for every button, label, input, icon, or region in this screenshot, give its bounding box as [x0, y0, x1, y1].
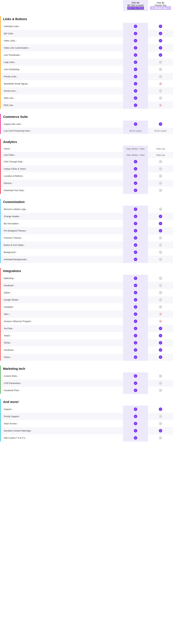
pro-plan-price: $6: [137, 2, 139, 4]
join-pros-button[interactable]: JOIN THE PROS: [127, 6, 144, 10]
feature-name-cell: Facebook Pixel▾: [1, 387, 123, 394]
pro-feature-cell: ✓: [123, 256, 148, 263]
check-icon: ✓: [134, 415, 137, 418]
gray-check-icon: ✓: [159, 174, 162, 178]
free-feature-cell: ✓: [148, 296, 173, 303]
check-icon: ✓: [134, 341, 137, 344]
x-icon: ✕: [159, 82, 162, 86]
plan-header-row: PRO $6 $6 USD a month JOIN THE PROS Free…: [0, 0, 173, 11]
chevron-icon: ▾: [14, 104, 14, 106]
feature-table-integrations: Mailchimp▾✓✓Facebook▾✓✓Zapier▾✓✓Google S…: [1, 275, 173, 361]
table-row: Bio Description▾✓✓: [1, 220, 173, 227]
pro-feature-cell: ✓: [123, 58, 148, 66]
feature-name-cell: Support▾: [1, 406, 123, 413]
chevron-icon: ▾: [14, 278, 15, 279]
feature-name-cell: TikTok▾: [1, 339, 123, 346]
feature-name: Link Clicks: [4, 154, 14, 156]
feature-name-cell: Custom Meta▾: [1, 372, 123, 380]
pro-feature-cell: Daily, Weekly + Totals: [123, 146, 148, 152]
pro-feature-cell: ✓: [123, 234, 148, 242]
table-row: Custom Meta▾✓✓: [1, 372, 173, 380]
check-icon: ✓: [134, 82, 137, 86]
section-customization: CustomizationRemove Linktree Logo▾✓✓Chan…: [0, 199, 173, 263]
feature-name-cell: Location & Referrer▾: [1, 172, 123, 180]
feature-name: Background: [4, 251, 16, 254]
chevron-icon: ▾: [23, 176, 24, 177]
pro-feature-cell: ✓: [123, 66, 148, 73]
check-icon: ✓: [134, 60, 137, 64]
feature-name: Change Header: [4, 215, 19, 218]
table-row: Button & Font Styles▾✓✓: [1, 242, 173, 249]
pro-feature-cell: ✓: [123, 242, 148, 249]
chevron-icon: ▾: [19, 416, 20, 418]
feature-name: Unique Clicks & Views: [4, 168, 26, 170]
feature-name: Button & Font Styles: [4, 244, 24, 246]
feature-name: Premium Themes: [4, 237, 21, 239]
check-icon: ✓: [134, 320, 137, 323]
signup-free-button[interactable]: SIGN UP FOR FREE: [150, 6, 171, 10]
free-feature-cell: ✓: [148, 37, 173, 44]
feature-name: Video Links: [4, 40, 15, 42]
pro-feature-cell: ✓: [123, 325, 148, 332]
pro-feature-cell: ✓: [123, 172, 148, 180]
table-row: Leap Links▾✓✓: [1, 58, 173, 66]
pro-feature-cell: 0% for Launch: [123, 128, 148, 134]
pro-feature-cell: ✓: [123, 87, 148, 94]
free-plan-header: Free $0 Forever free SIGN UP FOR FREE: [148, 0, 173, 11]
free-feature-cell: ✕: [148, 310, 173, 318]
chevron-icon: ▾: [15, 62, 16, 63]
table-row: Facebook▾✓✓: [1, 282, 173, 289]
feature-name: Bio Description: [4, 222, 19, 225]
check-icon: ✓: [159, 53, 162, 57]
table-row: Add Custom T's & C's▾✓✓: [1, 434, 173, 442]
pro-feature-cell: ✓: [123, 339, 148, 346]
gray-check-icon: ✓: [159, 389, 162, 392]
free-feature-cell: ✓: [148, 87, 173, 94]
table-row: UTM Parameters▾✓✓: [1, 380, 173, 387]
free-feature-cell: ✓: [148, 303, 173, 310]
feature-table-marketing: Custom Meta▾✓✓UTM Parameters▾✓✓Facebook …: [1, 372, 173, 394]
table-row: Background▾✓✓: [1, 249, 173, 256]
free-feature-cell: ✓: [148, 427, 173, 434]
table-row: Amazon Influencer Program▾✓✕: [1, 318, 173, 325]
section-title-marketing: Marketing tech: [1, 366, 173, 372]
chevron-icon: ▾: [23, 161, 24, 163]
feature-name: Click Through Rate: [4, 160, 23, 163]
section-integrations: IntegrationsMailchimp▾✓✓Facebook▾✓✓Zapie…: [0, 268, 173, 361]
gray-check-icon: ✓: [159, 250, 162, 254]
table-row: Remove Linktree Logo▾✓✓: [1, 206, 173, 213]
feature-name: Priority Links: [4, 75, 16, 78]
check-icon: ✓: [134, 182, 137, 185]
check-icon: ✓: [134, 160, 137, 164]
chevron-icon: ▾: [26, 437, 26, 439]
free-feature-cell: ✕: [148, 102, 173, 109]
feature-name: Priority Support: [4, 415, 19, 418]
pro-feature-cell: ✓: [123, 80, 148, 87]
chevron-icon: ▾: [24, 190, 25, 192]
free-feature-cell: ✓: [148, 158, 173, 165]
feature-name-cell: SMS Link▾: [1, 94, 123, 102]
chevron-icon: ▾: [19, 390, 20, 392]
feature-name: Custom Meta: [4, 375, 17, 377]
table-row: Views▾Daily, Weekly + TotalsTotals only: [1, 146, 173, 152]
gray-check-icon: ✓: [159, 68, 162, 71]
gray-check-icon: ✓: [159, 291, 162, 294]
gray-check-icon: ✓: [159, 436, 162, 440]
pro-plan-name: PRO $6: [123, 2, 148, 4]
feature-name-cell: Pre-Designed Themes▾: [1, 227, 123, 234]
check-icon: ✓: [159, 327, 162, 330]
chevron-icon: ▾: [16, 40, 16, 42]
sections-container: Links & ButtonsUnlimited Links▾✓✓QR Code…: [0, 16, 173, 442]
feature-name: Add Custom T's & C's: [4, 437, 25, 439]
check-icon: ✓: [134, 68, 137, 71]
check-icon: ✓: [134, 291, 137, 294]
section-commerce: Commerce SuiteSupport Me Links▾✓✓Low Cos…: [0, 114, 173, 134]
check-icon: ✓: [134, 53, 137, 57]
feature-name-cell: Sensitive Content Warnings▾: [1, 427, 123, 434]
chevron-icon: ▾: [21, 382, 22, 384]
chevron-icon: ▾: [17, 423, 18, 425]
feature-name-cell: Devices▾: [1, 180, 123, 187]
feature-name-cell: Vimeo▾: [1, 354, 123, 361]
feature-name: UTM Parameters: [4, 382, 21, 384]
free-feature-cell: ✓: [148, 58, 173, 66]
